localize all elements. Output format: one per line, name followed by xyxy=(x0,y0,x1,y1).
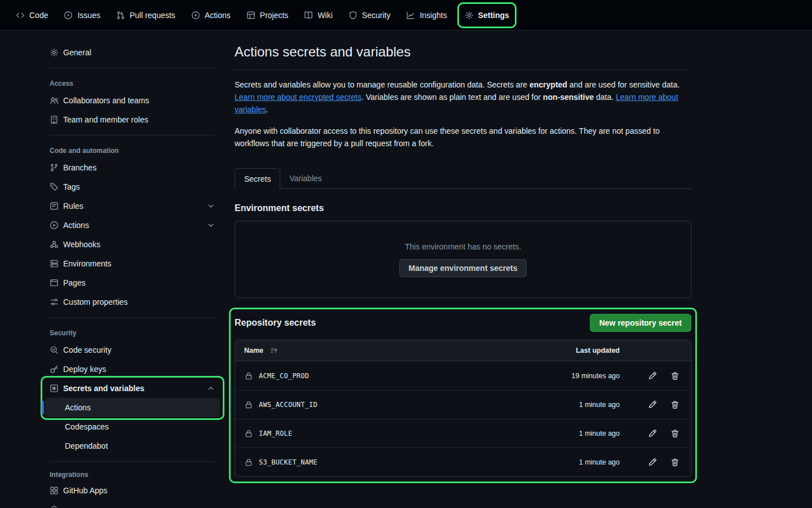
tab-actions[interactable]: Actions xyxy=(183,0,239,30)
tab-variables[interactable]: Variables xyxy=(280,168,330,189)
settings-sidebar: General Access Collaborators and teams T… xyxy=(41,43,220,508)
tab-code[interactable]: Code xyxy=(8,0,56,30)
sidebar-item-label: Webhooks xyxy=(63,240,100,249)
repository-secrets-heading: Repository secrets xyxy=(235,317,316,329)
tab-pull-requests[interactable]: Pull requests xyxy=(108,0,183,30)
edit-secret-button[interactable] xyxy=(648,429,657,438)
intro-text: . xyxy=(266,105,268,114)
tab-settings[interactable]: Settings xyxy=(459,11,515,20)
tag-icon xyxy=(50,182,59,191)
sidebar-item-label: Rules xyxy=(63,202,83,211)
learn-more-encrypted-secrets-link[interactable]: Learn more about encrypted secrets xyxy=(235,93,361,102)
gear-icon xyxy=(50,48,59,57)
delete-secret-button[interactable] xyxy=(670,371,679,380)
tab-security[interactable]: Security xyxy=(341,0,399,30)
table-row: S3_BUCKET_NAME 1 minute ago xyxy=(235,448,691,476)
secret-last-updated: 1 minute ago xyxy=(524,401,620,409)
sidebar-item-code-security[interactable]: Code security xyxy=(45,340,220,360)
delete-secret-button[interactable] xyxy=(670,400,679,409)
settings-content: Actions secrets and variables Secrets an… xyxy=(235,43,691,483)
edit-secret-button[interactable] xyxy=(648,371,657,380)
lock-icon xyxy=(244,371,253,380)
sidebar-item-tags[interactable]: Tags xyxy=(45,177,220,196)
column-label: Name xyxy=(244,347,263,354)
tab-insights[interactable]: Insights xyxy=(398,0,454,30)
secrets-variables-tabnav: Secrets Variables xyxy=(235,168,691,189)
manage-environment-secrets-button[interactable]: Manage environment secrets xyxy=(399,259,527,277)
secret-name: IAM_ROLE xyxy=(259,430,292,437)
edit-secret-button[interactable] xyxy=(648,400,657,409)
issue-opened-icon xyxy=(64,11,73,20)
sidebar-subitem-actions[interactable]: Actions xyxy=(45,398,220,417)
tab-projects[interactable]: Projects xyxy=(239,0,297,30)
sidebar-header-code-automation: Code and automation xyxy=(45,141,220,158)
sidebar-divider xyxy=(50,135,215,135)
delete-secret-button[interactable] xyxy=(670,429,679,438)
annotation-repository-secrets-highlight: Repository secrets New repository secret… xyxy=(229,308,697,483)
sidebar-item-partially-visible[interactable] xyxy=(45,500,220,508)
pencil-icon xyxy=(648,371,657,380)
people-icon xyxy=(50,96,59,105)
sidebar-item-deploy-keys[interactable]: Deploy keys xyxy=(45,360,220,379)
sidebar-item-label: Deploy keys xyxy=(63,365,106,374)
secret-name: ACME_CO_PROD xyxy=(259,372,309,380)
sidebar-item-pages[interactable]: Pages xyxy=(45,273,220,292)
sidebar-item-github-apps[interactable]: GitHub Apps xyxy=(45,481,220,500)
lock-icon xyxy=(244,429,253,438)
sidebar-item-team-roles[interactable]: Team and member roles xyxy=(45,110,220,129)
sidebar-item-secrets-and-variables[interactable]: Secrets and variables xyxy=(45,379,220,398)
tab-issues[interactable]: Issues xyxy=(56,0,108,30)
sidebar-item-rules[interactable]: Rules xyxy=(45,196,220,216)
graph-icon xyxy=(406,11,415,20)
chevron-up-icon xyxy=(206,384,215,393)
annotation-secrets-highlight: Secrets and variables Actions xyxy=(41,376,224,420)
table-row: ACME_CO_PROD 19 minutes ago xyxy=(235,361,691,390)
intro-text: data. xyxy=(594,93,616,102)
sidebar-item-label: Environments xyxy=(63,259,112,268)
chevron-down-icon xyxy=(206,202,215,211)
sidebar-item-general[interactable]: General xyxy=(45,43,220,62)
sidebar-item-custom-properties[interactable]: Custom properties xyxy=(45,292,220,312)
sliders-icon xyxy=(50,297,59,306)
intro-bold-non-sensitive: non-sensitive xyxy=(543,93,594,102)
sidebar-header-integrations: Integrations xyxy=(45,467,220,481)
new-repository-secret-button[interactable]: New repository secret xyxy=(590,314,691,332)
intro-bold-encrypted: encrypted xyxy=(529,80,567,89)
tab-secrets[interactable]: Secrets xyxy=(235,168,280,189)
repository-secrets-table: Name Last updated ACME_CO_PROD 19 minute… xyxy=(235,340,691,477)
sidebar-item-webhooks[interactable]: Webhooks xyxy=(45,235,220,254)
sidebar-item-label: Secrets and variables xyxy=(63,384,144,393)
sidebar-item-label: GitHub Apps xyxy=(63,486,108,495)
pencil-icon xyxy=(648,400,657,409)
edit-secret-button[interactable] xyxy=(648,458,657,467)
tab-label: Settings xyxy=(478,11,509,20)
sidebar-item-label: Codespaces xyxy=(65,422,109,431)
play-icon xyxy=(50,221,59,230)
sidebar-subitem-dependabot[interactable]: Dependabot xyxy=(45,436,220,456)
sidebar-item-actions[interactable]: Actions xyxy=(45,216,220,235)
git-pull-request-icon xyxy=(116,11,125,20)
intro-text: Secrets and variables allow you to manag… xyxy=(235,80,529,89)
intro-text: . Variables are shown as plain text and … xyxy=(361,93,543,102)
sidebar-item-environments[interactable]: Environments xyxy=(45,254,220,273)
column-header-name[interactable]: Name xyxy=(244,347,524,354)
secret-last-updated: 1 minute ago xyxy=(524,430,620,437)
server-icon xyxy=(50,259,59,268)
sidebar-item-label: Actions xyxy=(63,221,89,230)
sidebar-subitem-codespaces[interactable]: Codespaces xyxy=(45,417,220,436)
sidebar-item-label: Tags xyxy=(63,182,80,191)
sidebar-item-label: Dependabot xyxy=(65,441,108,450)
tab-label: Code xyxy=(29,11,48,20)
sidebar-item-branches[interactable]: Branches xyxy=(45,158,220,177)
tab-wiki[interactable]: Wiki xyxy=(296,0,340,30)
sidebar-item-collaborators[interactable]: Collaborators and teams xyxy=(45,91,220,110)
pencil-icon xyxy=(648,458,657,467)
chevron-down-icon xyxy=(206,221,215,230)
trash-icon xyxy=(670,458,679,467)
asterisk-box-icon xyxy=(50,384,59,393)
pencil-icon xyxy=(648,429,657,438)
column-header-last-updated: Last updated xyxy=(524,347,620,354)
webhook-icon xyxy=(50,240,59,249)
annotation-settings-highlight: Settings xyxy=(457,2,517,28)
delete-secret-button[interactable] xyxy=(670,458,679,467)
